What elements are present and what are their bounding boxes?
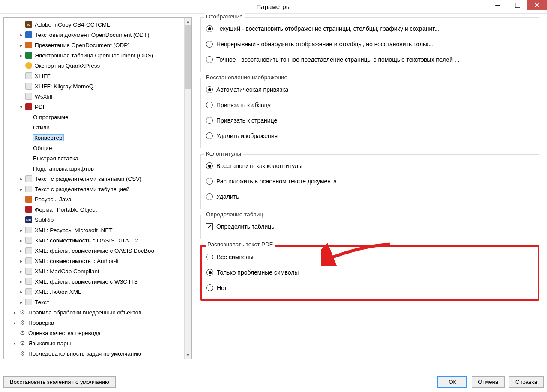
txt-icon [25, 299, 32, 305]
check-detect-tables[interactable]: ✓ Определить таблицы [206, 219, 534, 234]
radio-option[interactable]: Непрерывный - обнаружить отображение и с… [206, 36, 534, 52]
tree-scrollbar[interactable]: ▲ ▼ [184, 18, 191, 359]
minimize-button[interactable]: ─ [488, 0, 508, 10]
tree-item[interactable]: ▸Быстрая вставка [4, 153, 191, 163]
tree-item[interactable]: ▸XML: MadCap Compliant [4, 266, 191, 276]
tree-item[interactable]: ▸О программе [4, 112, 191, 122]
tree-item[interactable]: ▸Стили [4, 122, 191, 132]
chevron-down-icon[interactable]: ▾ [18, 104, 24, 109]
chevron-right-icon[interactable]: ▸ [18, 227, 24, 233]
chevron-right-icon[interactable]: ▸ [18, 269, 24, 274]
radio-label: Удалить [216, 193, 239, 200]
tree-item-label: XLIFF: Kilgray MemoQ [35, 83, 93, 90]
tree-item[interactable]: ▸XML: файлы, совместимые с OASIS DocBoo [4, 245, 191, 256]
scroll-track[interactable] [185, 25, 191, 351]
gear-icon: ⚙ [19, 329, 26, 336]
scroll-down-icon[interactable]: ▼ [185, 351, 191, 359]
tree-item[interactable]: ▸Конвертер [4, 132, 191, 143]
radio-option[interactable]: Привязать к странице [206, 113, 534, 128]
radio-label: Точное - восстановить точное представлен… [216, 56, 460, 63]
tree-item[interactable]: ▸Текстовый документ OpenDocument (ODT) [4, 30, 191, 40]
tree-item[interactable]: ▸Электронная таблица OpenDocument (ODS) [4, 50, 191, 60]
tree-item[interactable]: ▸⚙Проверка [4, 317, 191, 328]
tree-item[interactable]: ▸IcAdobe InCopy CS4-CC ICML [4, 19, 191, 30]
subrip-icon: SRT [25, 216, 32, 223]
tree-item[interactable]: ▸Текст с разделителями табуляцией [4, 184, 191, 194]
chevron-right-icon[interactable]: ▸ [18, 238, 24, 243]
tree-item[interactable]: ▸Текст с разделителями запятыми (CSV) [4, 174, 191, 184]
tree-item[interactable]: ▸Текст [4, 297, 191, 307]
chevron-right-icon[interactable]: ▸ [18, 299, 24, 305]
tree-item[interactable]: ▸Формат Portable Object [4, 204, 191, 215]
chevron-right-icon[interactable]: ▸ [18, 42, 24, 48]
tree-item[interactable]: ▸Подстановка шрифтов [4, 163, 191, 174]
maximize-button[interactable]: ☐ [508, 0, 527, 10]
radio-option[interactable]: Автоматическая привязка [206, 82, 534, 97]
tree-item[interactable]: ▸XLIFF [4, 71, 191, 81]
radio-option[interactable]: Все символы [206, 249, 533, 265]
radio-option[interactable]: Точное - восстановить точное представлен… [206, 52, 534, 67]
tree-item[interactable]: ▸SRTSubRip [4, 215, 191, 225]
tree-item[interactable]: ▸⚙Последовательность задач по умолчанию [4, 348, 191, 359]
tree-item[interactable]: ▾PDF [4, 102, 191, 112]
chevron-right-icon[interactable]: ▸ [18, 258, 24, 263]
tree-item[interactable]: ▸WsXliff [4, 91, 191, 102]
tree-item[interactable]: ▸XML: файлы, совместимые с W3C ITS [4, 276, 191, 287]
tree-item[interactable]: ▸⚙Правила обработки внедренных объектов [4, 307, 191, 317]
scroll-thumb[interactable] [185, 25, 191, 89]
scroll-up-icon[interactable]: ▲ [185, 18, 191, 25]
chevron-right-icon[interactable]: ▸ [12, 341, 17, 346]
chevron-right-icon[interactable]: ▸ [18, 32, 24, 37]
tree-item-label: Экспорт из QuarkXPress [35, 63, 100, 69]
radio-option[interactable]: Привязать к абзацу [206, 97, 534, 113]
radio-option[interactable]: Восстановить как колонтитулы [206, 158, 534, 174]
group-headers-title: Колонтитулы [204, 150, 243, 157]
radio-option[interactable]: Нет [206, 280, 533, 296]
chevron-right-icon[interactable]: ▸ [18, 248, 24, 253]
content-area: ▸IcAdobe InCopy CS4-CC ICML▸Текстовый до… [3, 17, 544, 368]
tree-item-label: XML: файлы, совместимые с OASIS DocBoo [35, 248, 154, 254]
chevron-right-icon[interactable]: ▸ [18, 186, 24, 192]
tree-item[interactable]: ▸Презентация OpenDocument (ODP) [4, 40, 191, 50]
tree-item-label: О программе [33, 114, 69, 120]
chevron-right-icon[interactable]: ▸ [18, 176, 24, 181]
tree-item[interactable]: ▸XML: Ресурсы Microsoft .NET [4, 225, 191, 235]
tree-item[interactable]: ▸⚙Оценка качества перевода [4, 328, 191, 338]
radio-option[interactable]: Удалить [206, 189, 534, 204]
radio-option[interactable]: Удалить изображения [206, 128, 534, 144]
radio-label: Привязать к странице [216, 117, 277, 124]
group-ocr-title: Распознавать текст PDF [206, 241, 275, 248]
help-button[interactable]: Справка [509, 376, 544, 388]
tree-item-label: Электронная таблица OpenDocument (ODS) [35, 52, 153, 59]
close-button[interactable]: ✕ [527, 0, 547, 10]
tree-item-label: Языковые пары [28, 340, 71, 347]
radio-icon [206, 193, 213, 200]
ok-button[interactable]: ОК [437, 376, 467, 388]
tree-item-label: Презентация OpenDocument (ODP) [35, 42, 130, 48]
tree-item-label: Adobe InCopy CS4-CC ICML [35, 21, 110, 28]
xml-icon [25, 237, 32, 244]
radio-option[interactable]: Текущий - восстановить отображение стран… [206, 21, 534, 36]
tree-item[interactable]: ▸⚙Языковые пары [4, 338, 191, 348]
reset-button[interactable]: Восстановить значения по умолчанию [3, 376, 116, 388]
tree-item[interactable]: ▸XLIFF: Kilgray MemoQ [4, 81, 191, 91]
chevron-right-icon[interactable]: ▸ [12, 320, 17, 325]
cancel-button[interactable]: Отмена [472, 376, 505, 388]
tree-item[interactable]: ▸XML: Любой XML [4, 287, 191, 297]
radio-option[interactable]: Только проблемные символы [206, 265, 533, 280]
chevron-right-icon[interactable]: ▸ [12, 310, 17, 315]
tree-item[interactable]: ▸Общие [4, 143, 191, 153]
radio-icon [206, 41, 213, 48]
po-icon [25, 206, 32, 213]
radio-option[interactable]: Расположить в основном тексте документа [206, 174, 534, 189]
tree-item[interactable]: ▸Экспорт из QuarkXPress [4, 60, 191, 71]
radio-icon [206, 102, 213, 108]
radio-icon [206, 284, 213, 291]
tree-item[interactable]: ▸Ресурсы Java [4, 194, 191, 204]
chevron-right-icon[interactable]: ▸ [18, 53, 24, 58]
tree-item[interactable]: ▸XML: совместимость с OASIS DITA 1.2 [4, 235, 191, 245]
tree-item[interactable]: ▸XML: совместимость с Author-it [4, 256, 191, 266]
chevron-right-icon[interactable]: ▸ [18, 289, 24, 294]
chevron-right-icon[interactable]: ▸ [18, 279, 24, 284]
group-display-title: Отображение [204, 13, 245, 20]
